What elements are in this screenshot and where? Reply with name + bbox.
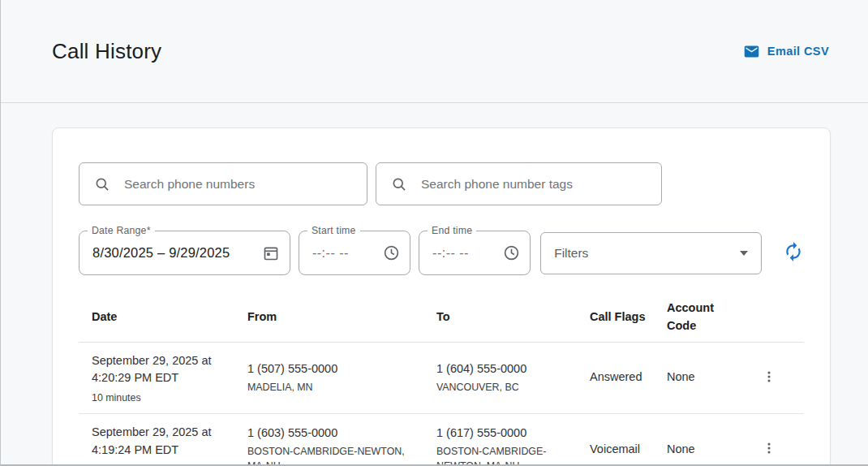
from-number: 1 (507) 555-0000 <box>247 360 417 378</box>
to-location: BOSTON-CAMBRIDGE-NEWTON, MA-NH <box>436 445 565 466</box>
cell-from: 1 (603) 555-0000 BOSTON-CAMBRIDGE-NEWTON… <box>234 415 423 466</box>
search-phone-numbers-box <box>79 162 367 205</box>
cell-account-code: None <box>654 431 727 466</box>
start-time-label: Start time <box>307 225 360 236</box>
clock-icon[interactable] <box>503 244 520 261</box>
email-icon <box>743 43 760 60</box>
start-time-field[interactable]: Start time --:-- -- <box>299 231 410 275</box>
kebab-icon <box>762 369 776 386</box>
cell-call-flags: Answered <box>577 359 654 396</box>
cell-account-code: None <box>654 359 727 396</box>
column-header-date: Date <box>79 302 234 333</box>
filter-row: Date Range* 8/30/2025 – 9/29/2025 Start … <box>79 231 804 275</box>
column-header-actions <box>727 311 804 324</box>
refresh-icon <box>783 241 804 265</box>
filters-select-value: Filters <box>554 246 740 261</box>
table-row: September 29, 2025 at 4:19:24 PM EDT 6 s… <box>79 414 804 466</box>
call-history-page: Call History Email CSV <box>0 0 868 466</box>
call-history-table: Date From To Call Flags Account Code Sep… <box>79 293 804 466</box>
email-csv-button[interactable]: Email CSV <box>743 43 829 60</box>
search-row <box>79 162 804 205</box>
column-header-from: From <box>234 302 423 333</box>
search-phone-numbers-input[interactable] <box>124 177 355 192</box>
main-content: Date Range* 8/30/2025 – 9/29/2025 Start … <box>1 103 868 466</box>
call-datetime: September 29, 2025 at 4:19:24 PM EDT <box>92 424 228 460</box>
clock-icon[interactable] <box>383 244 400 261</box>
search-icon <box>391 176 407 192</box>
cell-to: 1 (617) 555-0000 BOSTON-CAMBRIDGE-NEWTON… <box>423 415 577 466</box>
table-header-row: Date From To Call Flags Account Code <box>79 293 804 343</box>
chevron-down-icon <box>740 251 748 256</box>
date-range-value: 8/30/2025 – 9/29/2025 <box>92 245 262 261</box>
cell-actions <box>727 426 804 466</box>
to-location: VANCOUVER, BC <box>436 381 565 395</box>
cell-from: 1 (507) 555-0000 MADELIA, MN <box>234 351 423 405</box>
column-header-account-code: Account Code <box>654 293 727 342</box>
email-csv-label: Email CSV <box>767 45 829 58</box>
row-menu-button[interactable] <box>757 365 781 391</box>
from-number: 1 (603) 555-0000 <box>247 425 417 442</box>
search-phone-tags-box <box>376 162 662 205</box>
search-icon <box>94 176 110 192</box>
cell-actions <box>727 355 804 401</box>
column-header-to: To <box>423 302 577 333</box>
cell-date: September 29, 2025 at 4:19:24 PM EDT 6 s… <box>79 414 234 466</box>
search-phone-tags-input[interactable] <box>421 177 650 192</box>
table-row: September 29, 2025 at 4:20:29 PM EDT 10 … <box>79 343 804 415</box>
page-header: Call History Email CSV <box>1 0 868 103</box>
date-range-label: Date Range* <box>88 225 155 236</box>
cell-to: 1 (604) 555-0000 VANCOUVER, BC <box>423 351 577 405</box>
page-title: Call History <box>52 39 743 64</box>
call-duration: 10 minutes <box>92 392 228 403</box>
row-menu-button[interactable] <box>757 436 781 463</box>
cell-date: September 29, 2025 at 4:20:29 PM EDT 10 … <box>79 343 234 414</box>
start-time-value: --:-- -- <box>312 246 383 261</box>
to-number: 1 (604) 555-0000 <box>436 360 570 378</box>
column-header-call-flags: Call Flags <box>577 302 654 333</box>
cell-call-flags: Voicemail <box>577 431 654 466</box>
call-datetime: September 29, 2025 at 4:20:29 PM EDT <box>92 352 228 388</box>
end-time-label: End time <box>428 225 476 236</box>
refresh-button[interactable] <box>783 241 804 265</box>
filters-select[interactable]: Filters <box>540 232 762 274</box>
from-location: BOSTON-CAMBRIDGE-NEWTON, MA-NH <box>247 445 414 466</box>
date-range-field[interactable]: Date Range* 8/30/2025 – 9/29/2025 <box>79 231 290 275</box>
from-location: MADELIA, MN <box>247 381 414 395</box>
call-history-card: Date Range* 8/30/2025 – 9/29/2025 Start … <box>52 127 831 466</box>
end-time-field[interactable]: End time --:-- -- <box>419 231 531 275</box>
kebab-icon <box>762 441 776 458</box>
to-number: 1 (617) 555-0000 <box>436 425 570 442</box>
end-time-value: --:-- -- <box>432 246 503 261</box>
calendar-icon[interactable] <box>262 244 280 262</box>
